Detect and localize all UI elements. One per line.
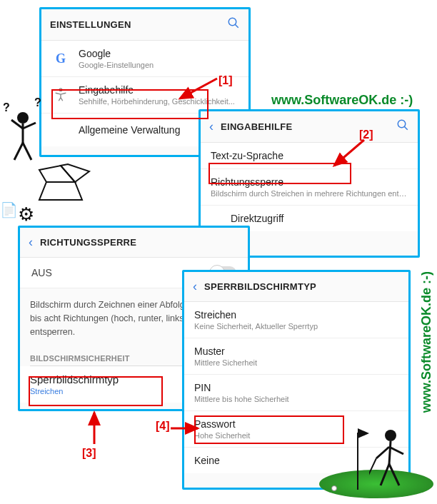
panel3-title: RICHTUNGSSPERRE — [40, 237, 239, 248]
locktype-pin[interactable]: PIN Mittlere bis hohe Sicherheit — [184, 375, 408, 411]
panel4-title: SPERRBILDSCHIRMTYP — [204, 281, 400, 292]
item-title: Keine — [194, 455, 398, 466]
marker-3: [3] — [82, 447, 96, 460]
item-title: PIN — [194, 382, 398, 393]
item-subtitle: Mittlere bis hohe Sicherheit — [194, 395, 398, 403]
item-title: Streichen — [194, 309, 398, 321]
item-title: Direktzugriff — [231, 213, 408, 224]
open-box-icon — [36, 157, 93, 207]
svg-marker-16 — [39, 166, 75, 182]
panel1-title: EINSTELLUNGEN — [50, 19, 227, 30]
settings-item-google[interactable]: G Google Google-Einstellungen — [41, 41, 248, 77]
locktype-muster[interactable]: Muster Mittlere Sicherheit — [184, 338, 408, 375]
arrow-3 — [86, 408, 114, 448]
general-icon — [51, 121, 70, 139]
item-title: Text-zu-Sprache — [211, 150, 408, 161]
svg-line-13 — [14, 143, 23, 160]
item-subtitle: Bildschirm durch Streichen in mehrere Ri… — [211, 189, 408, 198]
svg-point-3 — [398, 120, 406, 128]
back-icon[interactable]: ‹ — [29, 235, 33, 250]
marker-4: [4] — [156, 420, 170, 433]
question-mark-icon: ? — [3, 101, 10, 114]
svg-point-0 — [228, 18, 236, 26]
panel1-header: EINSTELLUNGEN — [41, 9, 248, 41]
svg-line-14 — [23, 143, 31, 160]
item-title: Richtungssperre — [211, 176, 408, 188]
toggle-label: AUS — [31, 267, 52, 278]
back-icon[interactable]: ‹ — [193, 279, 197, 294]
locktype-keine[interactable]: Keine — [184, 448, 408, 473]
watermark-vertical: www.SoftwareOK.de :-) — [419, 271, 434, 413]
locktype-passwort[interactable]: Passwort Hohe Sicherheit — [184, 411, 408, 448]
google-icon: G — [51, 49, 70, 68]
item-title: Eingabehilfe — [79, 84, 238, 96]
item-richtungssperre[interactable]: Richtungssperre Bildschirm durch Streich… — [201, 169, 418, 206]
item-subtitle: Google-Einstellungen — [79, 61, 238, 69]
svg-point-9 — [17, 112, 29, 124]
svg-line-12 — [23, 123, 36, 128]
panel4-header: ‹ SPERRBILDSCHIRMTYP — [184, 272, 408, 302]
watermark-horizontal: www.SoftwareOK.de :-) — [271, 93, 413, 108]
panel2-title: EINGABEHILFE — [221, 121, 396, 132]
accessibility-icon — [51, 86, 70, 104]
search-icon[interactable] — [227, 16, 240, 33]
svg-marker-15 — [39, 182, 82, 200]
svg-marker-17 — [61, 164, 89, 182]
paper-icon: 📄 — [0, 201, 18, 218]
gear-icon: ⚙ — [18, 203, 34, 226]
svg-point-2 — [59, 89, 62, 91]
item-title: Google — [79, 48, 238, 59]
item-title: Passwort — [194, 418, 398, 430]
item-title: Muster — [194, 346, 398, 357]
panel-sperrbildschirmtyp: ‹ SPERRBILDSCHIRMTYP Streichen Keine Sic… — [182, 270, 411, 490]
locktype-streichen[interactable]: Streichen Keine Sicherheit, Aktueller Sp… — [184, 302, 408, 338]
settings-item-eingabehilfe[interactable]: Eingabehilfe Sehhilfe, Hörbehinderung, G… — [41, 77, 248, 114]
search-icon[interactable] — [396, 119, 409, 135]
back-icon[interactable]: ‹ — [209, 119, 214, 134]
item-subtitle: Hohe Sicherheit — [194, 431, 398, 440]
panel2-header: ‹ EINGABEHILFE — [201, 111, 418, 143]
svg-line-1 — [235, 24, 238, 28]
item-subtitle: Sehhilfe, Hörbehinderung, Geschicklichke… — [79, 97, 238, 106]
item-subtitle: Mittlere Sicherheit — [194, 358, 398, 367]
svg-line-4 — [404, 126, 408, 130]
stick-figure-confused-icon — [1, 107, 44, 164]
item-subtitle: Keine Sicherheit, Aktueller Sperrtyp — [194, 322, 398, 331]
svg-line-11 — [11, 120, 23, 128]
item-text-zu-sprache[interactable]: Text-zu-Sprache — [201, 143, 418, 169]
panel3-header: ‹ RICHTUNGSSPERRE — [20, 228, 248, 258]
